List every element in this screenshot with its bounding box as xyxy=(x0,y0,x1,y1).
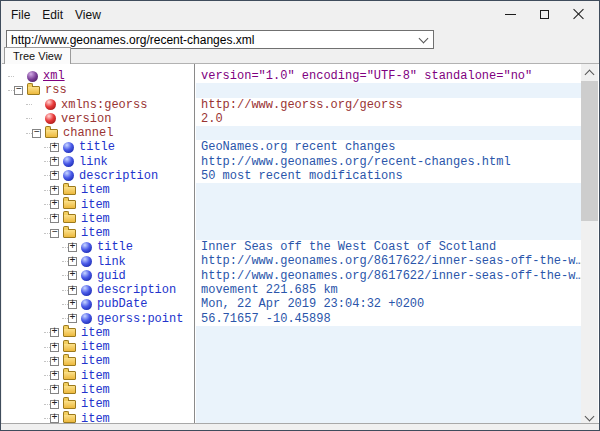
value-row: movement 221.685 km xyxy=(196,283,581,297)
expand-icon[interactable]: + xyxy=(50,385,59,394)
expand-icon[interactable]: + xyxy=(50,157,59,166)
tree-node[interactable]: +link xyxy=(2,155,194,169)
tree-node[interactable]: +item xyxy=(2,340,194,354)
tree-node[interactable]: +item xyxy=(2,397,194,411)
tree-node[interactable]: version xyxy=(2,112,194,126)
tree-node[interactable]: xmlns:georss xyxy=(2,98,194,112)
expand-icon[interactable]: + xyxy=(50,143,59,152)
tree-node-label[interactable]: description xyxy=(97,283,176,297)
tree-node-label[interactable]: link xyxy=(97,255,126,269)
collapse-icon[interactable]: − xyxy=(32,129,41,138)
tree-node-label[interactable]: item xyxy=(81,340,110,354)
expand-icon[interactable]: + xyxy=(50,400,59,409)
tree-node-label[interactable]: item xyxy=(81,369,110,383)
tree-node[interactable]: +item xyxy=(2,369,194,383)
tree-node-label[interactable]: pubDate xyxy=(97,297,147,311)
expand-icon[interactable]: + xyxy=(68,257,77,266)
tree-node-label[interactable]: item xyxy=(81,326,110,340)
xml-tree-pane[interactable]: xml−rssxmlns:georssversion−channel+title… xyxy=(2,64,195,426)
menu-view[interactable]: View xyxy=(69,5,107,25)
tree-connector xyxy=(26,118,32,119)
tab-tree-view[interactable]: Tree View xyxy=(4,47,71,64)
tree-node[interactable]: +title xyxy=(2,140,194,154)
value-row: 50 most recent modifications xyxy=(196,169,581,183)
tree-node[interactable]: +pubDate xyxy=(2,297,194,311)
blue-sphere-icon xyxy=(81,256,92,267)
tree-node-label[interactable]: xml xyxy=(43,69,65,83)
tree-node[interactable]: +item xyxy=(2,197,194,211)
tree-node-label[interactable]: item xyxy=(81,226,110,240)
expand-icon[interactable]: + xyxy=(50,343,59,352)
tree-node-label[interactable]: item xyxy=(81,212,110,226)
folder-icon xyxy=(63,400,76,409)
tree-node-label[interactable]: item xyxy=(81,198,110,212)
url-dropdown-button[interactable] xyxy=(415,34,431,46)
vertical-scrollbar[interactable] xyxy=(581,64,598,426)
tree-node[interactable]: +item xyxy=(2,354,194,368)
expand-icon[interactable]: + xyxy=(50,214,59,223)
tree-node[interactable]: −rss xyxy=(2,83,194,97)
red-sphere-icon xyxy=(45,113,56,124)
folder-icon xyxy=(27,86,40,95)
content-area: xml−rssxmlns:georssversion−channel+title… xyxy=(2,63,599,426)
value-row xyxy=(196,83,581,97)
tree-node[interactable]: +title xyxy=(2,240,194,254)
value-row: Inner Seas off the West Coast of Scotlan… xyxy=(196,240,581,254)
menu-items: File Edit View xyxy=(1,5,107,25)
scroll-up-button[interactable] xyxy=(581,64,598,81)
minimize-button[interactable] xyxy=(493,2,527,26)
tree-node-label[interactable]: link xyxy=(79,155,108,169)
menu-edit[interactable]: Edit xyxy=(36,5,69,25)
tree-node-label[interactable]: channel xyxy=(63,126,113,140)
tree-node[interactable]: −channel xyxy=(2,126,194,140)
tree-node[interactable]: +item xyxy=(2,183,194,197)
tree-node-label[interactable]: xmlns:georss xyxy=(61,98,147,112)
value-row xyxy=(196,197,581,211)
tab-strip xyxy=(1,49,599,63)
window-controls xyxy=(493,2,595,26)
tree-node-label[interactable]: title xyxy=(97,240,133,254)
expand-icon[interactable]: + xyxy=(50,371,59,380)
blue-sphere-icon xyxy=(81,242,92,253)
tree-node-label[interactable]: item xyxy=(81,183,110,197)
tree-node[interactable]: −item xyxy=(2,226,194,240)
expand-icon[interactable]: + xyxy=(50,186,59,195)
expand-icon[interactable]: + xyxy=(68,286,77,295)
tree-node[interactable]: +description xyxy=(2,169,194,183)
maximize-button[interactable] xyxy=(527,2,561,26)
blue-sphere-icon xyxy=(63,170,74,181)
collapse-icon[interactable]: − xyxy=(14,86,23,95)
expand-icon[interactable]: + xyxy=(68,271,77,280)
expand-icon[interactable]: + xyxy=(68,243,77,252)
tree-node-label[interactable]: title xyxy=(79,140,115,154)
expand-icon[interactable]: + xyxy=(50,171,59,180)
tree-node[interactable]: +georss:point xyxy=(2,312,194,326)
expand-icon[interactable]: + xyxy=(50,200,59,209)
expand-icon[interactable]: + xyxy=(68,314,77,323)
menu-file[interactable]: File xyxy=(5,5,36,25)
tree-node-label[interactable]: guid xyxy=(97,269,126,283)
tree-node[interactable]: +link xyxy=(2,254,194,268)
tree-node-label[interactable]: georss:point xyxy=(97,312,183,326)
tree-node-label[interactable]: version xyxy=(61,112,111,126)
tree-node[interactable]: xml xyxy=(2,69,194,83)
menu-bar: File Edit View xyxy=(1,1,599,29)
expand-icon[interactable]: + xyxy=(50,357,59,366)
collapse-icon[interactable]: − xyxy=(50,229,59,238)
tree-node[interactable]: +item xyxy=(2,212,194,226)
tree-node-label[interactable]: item xyxy=(81,383,110,397)
tree-node-label[interactable]: rss xyxy=(45,83,67,97)
close-button[interactable] xyxy=(561,2,595,26)
expand-icon[interactable]: + xyxy=(50,328,59,337)
tree-node-label[interactable]: item xyxy=(81,354,110,368)
tree-node[interactable]: +item xyxy=(2,326,194,340)
tree-node[interactable]: +guid xyxy=(2,269,194,283)
scrollbar-thumb[interactable] xyxy=(581,81,598,221)
expand-icon[interactable]: + xyxy=(68,300,77,309)
expand-icon[interactable]: + xyxy=(50,414,59,423)
tree-node-label[interactable]: description xyxy=(79,169,158,183)
tree-node[interactable]: +description xyxy=(2,283,194,297)
value-row: GeoNames.org recent changes xyxy=(196,140,581,154)
tree-node[interactable]: +item xyxy=(2,383,194,397)
tree-node-label[interactable]: item xyxy=(81,397,110,411)
